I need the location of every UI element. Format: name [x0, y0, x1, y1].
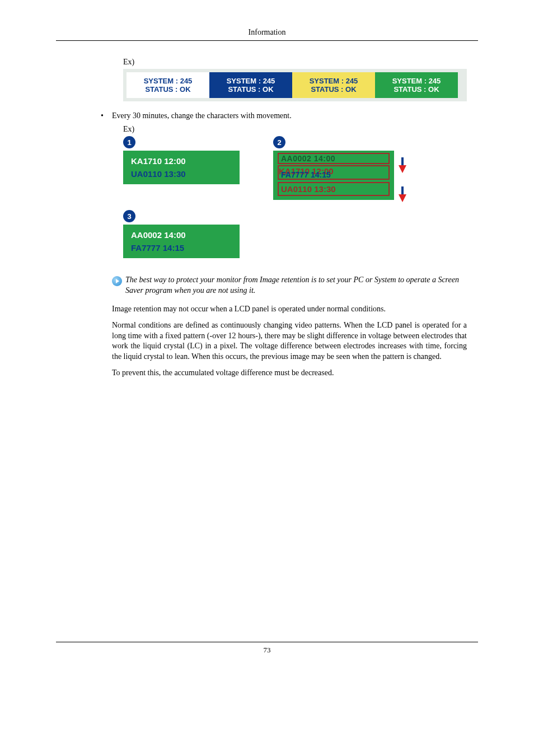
tile-1: SYSTEM : 245 STATUS : OK	[127, 72, 209, 98]
tile-3-line1: SYSTEM : 245	[310, 77, 358, 85]
footer-rule	[56, 642, 478, 642]
tile-1-line2: STATUS : OK	[145, 85, 190, 94]
tile-4-line1: SYSTEM : 245	[392, 77, 441, 85]
tile-2-line2: STATUS : OK	[228, 85, 273, 94]
panel-3-line1: AA0002 14:00	[131, 230, 232, 240]
tip-play-icon	[112, 276, 122, 286]
panel-3-col: 3 AA0002 14:00 FA7777 14:15	[123, 210, 467, 258]
tile-4-line2: STATUS : OK	[394, 85, 439, 94]
panel-2-mid: KA1710 12:00 FA7777 14:15	[278, 165, 390, 180]
tile-3: SYSTEM : 245 STATUS : OK	[292, 72, 375, 98]
example-label-2: Ex)	[123, 125, 467, 134]
example-strip: SYSTEM : 245 STATUS : OK SYSTEM : 245 ST…	[123, 69, 467, 101]
panel-2-mid-front: FA7777 14:15	[281, 170, 388, 179]
down-arrow-icon	[399, 157, 406, 173]
panel-3: AA0002 14:00 FA7777 14:15	[123, 225, 240, 258]
panel-3-line2: FA7777 14:15	[131, 243, 232, 253]
panel-2-top: AA0002 14:00	[278, 153, 390, 164]
badge-2: 2	[273, 136, 285, 148]
para-3: To prevent this, the accumulated voltage…	[112, 368, 467, 379]
tip-row: The best way to protect your monitor fro…	[112, 275, 467, 296]
page-header: Information	[56, 28, 478, 37]
badge-3: 3	[123, 210, 135, 222]
header-rule	[56, 40, 478, 41]
tip-text: The best way to protect your monitor fro…	[125, 275, 467, 296]
panel-2-bot: UA0110 13:30	[278, 182, 390, 196]
tile-1-line1: SYSTEM : 245	[144, 77, 193, 85]
bullet-dot-icon: •	[101, 111, 112, 120]
badge-1: 1	[123, 136, 135, 148]
panel-1-line2: UA0110 13:30	[131, 169, 232, 179]
tile-4: SYSTEM : 245 STATUS : OK	[375, 72, 458, 98]
page-number: 73	[56, 646, 478, 666]
tile-2-line1: SYSTEM : 245	[227, 77, 275, 85]
arrow-column	[399, 157, 406, 202]
panel-2-col: 2 AA0002 14:00 KA1710 12:00 FA7777 14:15…	[273, 136, 406, 202]
panel-2: AA0002 14:00 KA1710 12:00 FA7777 14:15 U…	[273, 151, 394, 200]
bullet-text: Every 30 minutes, change the characters …	[112, 111, 292, 120]
panel-1: KA1710 12:00 UA0110 13:30	[123, 151, 240, 184]
tile-2: SYSTEM : 245 STATUS : OK	[209, 72, 292, 98]
panel-1-line1: KA1710 12:00	[131, 156, 232, 166]
example-label-1: Ex)	[123, 58, 467, 67]
tile-3-line2: STATUS : OK	[311, 85, 356, 94]
down-arrow-icon	[399, 186, 406, 202]
panel-1-col: 1 KA1710 12:00 UA0110 13:30	[123, 136, 240, 184]
bullet-movement: • Every 30 minutes, change the character…	[101, 111, 478, 120]
para-1: Image retention may not occur when a LCD…	[112, 304, 467, 315]
para-2: Normal conditions are defined as continu…	[112, 320, 467, 363]
